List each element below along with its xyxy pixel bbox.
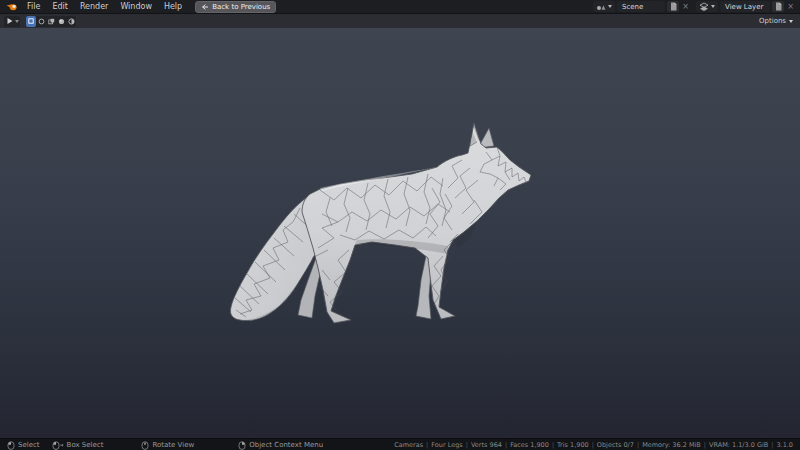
hint-object-context-menu-label: Object Context Menu xyxy=(249,441,323,449)
mode-object-button[interactable] xyxy=(26,16,36,27)
mouse-left-drag-icon xyxy=(52,441,64,450)
hint-select: Select xyxy=(7,441,40,450)
gizmo-toggle-button[interactable] xyxy=(36,16,46,27)
remove-view-layer-button[interactable]: × xyxy=(786,1,795,12)
viewport-header: Options xyxy=(0,13,800,28)
fox-model-wireframe[interactable] xyxy=(0,28,800,438)
menu-edit[interactable]: Edit xyxy=(46,0,74,13)
hint-select-label: Select xyxy=(18,441,40,449)
topbar-right: Scene × View Layer xyxy=(593,1,797,12)
new-file-icon xyxy=(775,2,782,11)
options-dropdown[interactable]: Options xyxy=(756,17,796,25)
object-mode-icon xyxy=(28,18,34,24)
view-layer-icon xyxy=(699,2,709,12)
stat-collection: Cameras xyxy=(394,441,431,449)
menu-render[interactable]: Render xyxy=(74,0,114,13)
new-scene-button[interactable] xyxy=(667,1,679,12)
view-layer-name-field[interactable]: View Layer xyxy=(720,1,770,12)
hint-rotate-view-label: Rotate View xyxy=(152,441,194,449)
back-to-previous-button[interactable]: Back to Previous xyxy=(195,1,276,13)
hint-box-select-label: Box Select xyxy=(67,441,104,449)
statusbar: Select Box Select Rotate View Object Con… xyxy=(0,438,800,450)
overlays-icon xyxy=(48,18,55,25)
chevron-down-icon xyxy=(711,5,715,8)
mouse-middle-drag-icon xyxy=(141,441,149,450)
blender-logo-icon[interactable] xyxy=(3,2,21,12)
topbar: File Edit Render Window Help Back to Pre… xyxy=(0,0,800,13)
mouse-left-click-icon xyxy=(7,441,15,450)
hint-rotate-view: Rotate View xyxy=(141,441,194,450)
chevron-down-icon xyxy=(789,20,793,23)
options-label: Options xyxy=(759,17,786,25)
stat-vram: VRAM: 1.1/3.0 GiB xyxy=(709,441,776,449)
scene-statistics: Cameras Four Legs Verts 964 Faces 1,900 … xyxy=(394,441,793,449)
xray-icon xyxy=(58,18,65,25)
stat-tris: Tris 1,900 xyxy=(557,441,597,449)
stat-version: 3.1.0 xyxy=(776,441,793,449)
gizmo-icon xyxy=(38,18,45,25)
back-to-previous-label: Back to Previous xyxy=(212,3,270,11)
shading-icon xyxy=(68,18,75,25)
new-view-layer-button[interactable] xyxy=(772,1,784,12)
scene-browse-button[interactable] xyxy=(593,1,615,12)
editor-type-icon xyxy=(6,17,14,25)
stat-verts: Verts 964 xyxy=(471,441,510,449)
hint-object-context-menu: Object Context Menu xyxy=(238,441,323,450)
menu-window[interactable]: Window xyxy=(114,0,158,13)
hint-box-select: Box Select xyxy=(52,441,104,450)
overlays-toggle-button[interactable] xyxy=(46,16,56,27)
stat-memory: Memory: 36.2 MiB xyxy=(642,441,709,449)
fox-body xyxy=(302,123,531,323)
scene-icon xyxy=(596,2,606,11)
shading-dropdown-button[interactable] xyxy=(66,16,76,27)
stat-faces: Faces 1,900 xyxy=(510,441,557,449)
stat-objects: Objects 0/7 xyxy=(597,441,642,449)
menu-file[interactable]: File xyxy=(21,0,46,13)
scene-name-value: Scene xyxy=(622,3,643,11)
menu-help[interactable]: Help xyxy=(158,0,188,13)
unlink-scene-button[interactable]: × xyxy=(681,1,690,12)
view-layer-name-value: View Layer xyxy=(725,3,763,11)
view-layer-browse-button[interactable] xyxy=(696,1,718,12)
mouse-right-click-icon xyxy=(238,441,246,450)
xray-toggle-button[interactable] xyxy=(56,16,66,27)
chevron-down-icon xyxy=(15,20,19,23)
viewport-toggle-group xyxy=(26,16,76,27)
scene-name-field[interactable]: Scene xyxy=(617,1,665,12)
back-arrow-icon xyxy=(201,3,209,11)
chevron-down-icon xyxy=(608,5,612,8)
stat-active-object: Four Legs xyxy=(431,441,471,449)
editor-type-button[interactable] xyxy=(4,16,20,27)
new-file-icon xyxy=(670,2,677,11)
3d-viewport[interactable] xyxy=(0,28,800,438)
